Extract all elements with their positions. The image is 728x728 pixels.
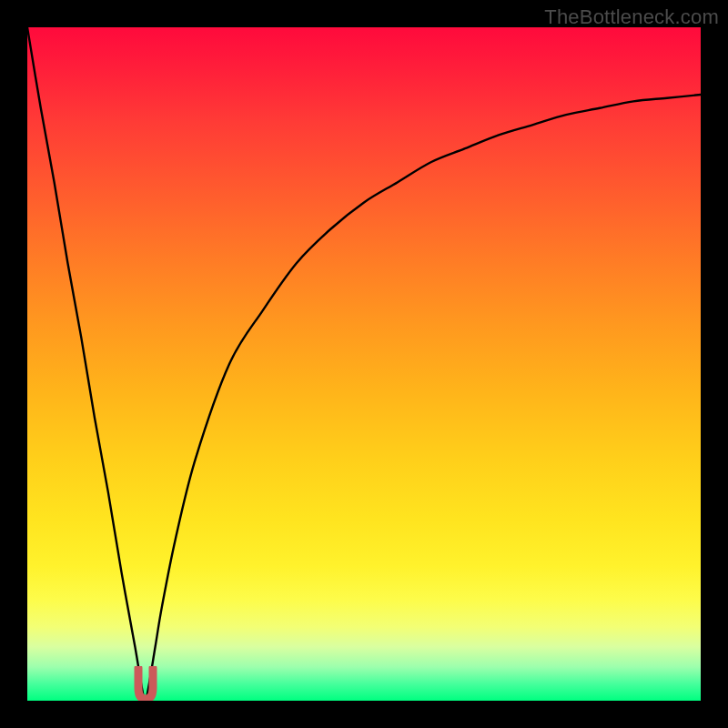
bottleneck-curve: [27, 27, 701, 701]
chart-frame: TheBottleneck.com: [0, 0, 728, 728]
plot-area: [27, 27, 701, 701]
watermark-text: TheBottleneck.com: [544, 5, 719, 29]
curve-path: [27, 27, 701, 701]
